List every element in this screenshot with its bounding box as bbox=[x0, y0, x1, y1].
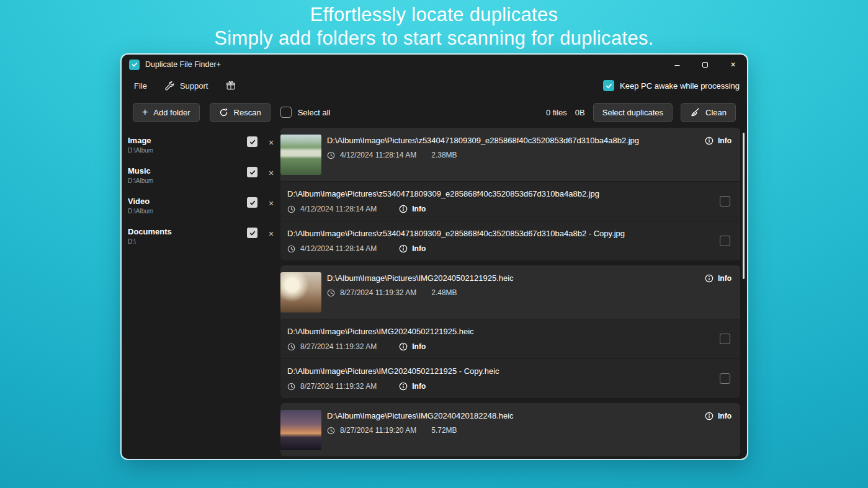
keep-awake-label: Keep PC awake while processing bbox=[620, 81, 740, 91]
clock-icon bbox=[327, 151, 335, 159]
group-meta: 8/27/2024 11:19:20 AM 5.72MB bbox=[327, 426, 695, 435]
select-file-checkbox[interactable] bbox=[720, 373, 730, 384]
wrench-icon bbox=[164, 81, 175, 91]
folder-sidebar: Image D:\Album × Music D:\Album bbox=[122, 128, 280, 459]
select-file-checkbox[interactable] bbox=[720, 196, 730, 206]
scrollbar-thumb[interactable] bbox=[743, 133, 745, 279]
info-icon bbox=[399, 205, 408, 213]
broom-icon bbox=[690, 107, 700, 117]
select-file-checkbox[interactable] bbox=[720, 236, 730, 246]
folder-name: Video bbox=[128, 197, 247, 206]
info-label: Info bbox=[718, 136, 732, 145]
file-size: 2.38MB bbox=[431, 151, 457, 159]
menu-file[interactable]: File bbox=[134, 81, 147, 91]
clock-icon bbox=[287, 383, 295, 391]
info-button[interactable]: Info bbox=[399, 244, 426, 253]
info-icon bbox=[399, 342, 408, 351]
info-label: Info bbox=[412, 205, 426, 213]
info-icon bbox=[399, 382, 408, 391]
hero-subtitle: Simply add folders to start scanning for… bbox=[0, 27, 868, 50]
info-label: Info bbox=[412, 382, 426, 391]
maximize-button[interactable] bbox=[691, 55, 719, 74]
folder-item-video: Video D:\Album × bbox=[128, 197, 278, 220]
duplicate-file-row: D:\Album\Image\Pictures\IMG2024050212192… bbox=[280, 358, 740, 398]
file-path: D:\Album\Image\Pictures\z5340471809309_e… bbox=[327, 136, 695, 145]
file-date: 4/12/2024 11:28:14 AM bbox=[300, 244, 377, 253]
remove-folder-button[interactable]: × bbox=[264, 136, 278, 149]
file-size: 2.48MB bbox=[431, 288, 457, 297]
gift-icon bbox=[226, 81, 236, 91]
check-icon bbox=[249, 200, 256, 206]
check-icon bbox=[132, 61, 138, 68]
info-label: Info bbox=[412, 244, 426, 253]
keep-awake-checkbox[interactable] bbox=[603, 80, 614, 91]
folder-path: D:\ bbox=[128, 238, 247, 245]
clean-label: Clean bbox=[705, 108, 727, 117]
title-bar: Duplicate File Finder+ – × bbox=[122, 55, 747, 74]
select-file-checkbox[interactable] bbox=[720, 334, 730, 344]
row-texts: D:\Album\Image\Pictures\IMG2024050212192… bbox=[287, 366, 712, 391]
add-folder-label: Add folder bbox=[153, 108, 190, 117]
menu-gift[interactable] bbox=[226, 81, 236, 91]
minimize-button[interactable]: – bbox=[663, 55, 691, 74]
files-count: 0 files bbox=[546, 108, 567, 117]
info-button[interactable]: Info bbox=[705, 272, 732, 283]
thumbnail-image bbox=[280, 272, 321, 313]
info-button[interactable]: Info bbox=[705, 135, 732, 145]
folder-checkbox[interactable] bbox=[247, 197, 257, 208]
info-button[interactable]: Info bbox=[705, 410, 732, 420]
folder-texts: Video D:\Album bbox=[128, 197, 247, 215]
info-button[interactable]: Info bbox=[399, 205, 426, 213]
close-button[interactable]: × bbox=[719, 55, 747, 74]
add-folder-button[interactable]: + Add folder bbox=[133, 103, 200, 122]
folder-checkbox[interactable] bbox=[247, 136, 257, 147]
info-button[interactable]: Info bbox=[399, 382, 426, 391]
folder-name: Documents bbox=[128, 227, 247, 236]
select-all-checkbox[interactable] bbox=[280, 107, 292, 118]
folder-texts: Music D:\Album bbox=[128, 166, 247, 184]
duplicate-group: D:\Album\Image\Pictures\IMG2024042018224… bbox=[280, 403, 740, 456]
thumbnail-image bbox=[280, 410, 321, 450]
folder-checkbox[interactable] bbox=[247, 228, 257, 238]
select-all-toggle[interactable]: Select all bbox=[280, 107, 331, 118]
remove-folder-button[interactable]: × bbox=[264, 166, 278, 180]
info-label: Info bbox=[412, 342, 426, 351]
file-path: D:\Album\Image\Pictures\z5340471809309_e… bbox=[287, 229, 712, 238]
file-path: D:\Album\Image\Pictures\IMG2024050212192… bbox=[287, 327, 712, 336]
duplicate-group: D:\Album\Image\Pictures\z5340471809309_e… bbox=[280, 128, 740, 260]
duplicate-group: D:\Album\Image\Pictures\IMG2024050212192… bbox=[280, 265, 740, 398]
group-texts: D:\Album\Image\Pictures\IMG2024050212192… bbox=[327, 272, 695, 297]
menu-support-label: Support bbox=[180, 81, 208, 91]
remove-folder-button[interactable]: × bbox=[264, 197, 278, 210]
page-background: Effortlessly locate duplicates Simply ad… bbox=[0, 0, 868, 488]
group-meta: 8/27/2024 11:19:32 AM 2.48MB bbox=[327, 288, 695, 297]
window-title: Duplicate File Finder+ bbox=[145, 60, 221, 69]
folder-checkbox[interactable] bbox=[247, 167, 257, 177]
remove-folder-button[interactable]: × bbox=[264, 227, 278, 241]
clock-icon bbox=[287, 205, 295, 213]
folder-texts: Documents D:\ bbox=[128, 227, 247, 245]
check-icon bbox=[606, 82, 612, 89]
row-texts: D:\Album\Image\Pictures\z5340471809309_e… bbox=[287, 229, 712, 253]
group-header: D:\Album\Image\Pictures\IMG2024042018224… bbox=[280, 403, 740, 456]
keep-awake-toggle[interactable]: Keep PC awake while processing bbox=[603, 80, 741, 91]
toolbar: + Add folder Rescan Select all 0 files 0… bbox=[122, 97, 747, 128]
select-duplicates-label: Select duplicates bbox=[602, 108, 663, 117]
check-icon bbox=[249, 230, 256, 236]
window-controls: – × bbox=[663, 55, 747, 74]
info-icon bbox=[705, 274, 714, 283]
menu-support[interactable]: Support bbox=[164, 81, 208, 91]
info-icon bbox=[399, 244, 408, 253]
info-button[interactable]: Info bbox=[399, 342, 426, 351]
row-meta: 4/12/2024 11:28:14 AM Info bbox=[287, 244, 712, 253]
folder-path: D:\Album bbox=[128, 177, 247, 184]
group-texts: D:\Album\Image\Pictures\z5340471809309_e… bbox=[327, 135, 695, 159]
clean-button[interactable]: Clean bbox=[681, 103, 736, 122]
select-duplicates-button[interactable]: Select duplicates bbox=[593, 103, 673, 122]
folder-path: D:\Album bbox=[128, 208, 247, 215]
rescan-button[interactable]: Rescan bbox=[210, 103, 271, 122]
row-meta: 4/12/2024 11:28:14 AM Info bbox=[287, 205, 712, 213]
group-header: D:\Album\Image\Pictures\IMG2024050212192… bbox=[280, 265, 740, 319]
maximize-icon bbox=[702, 62, 708, 68]
check-icon bbox=[249, 139, 256, 145]
